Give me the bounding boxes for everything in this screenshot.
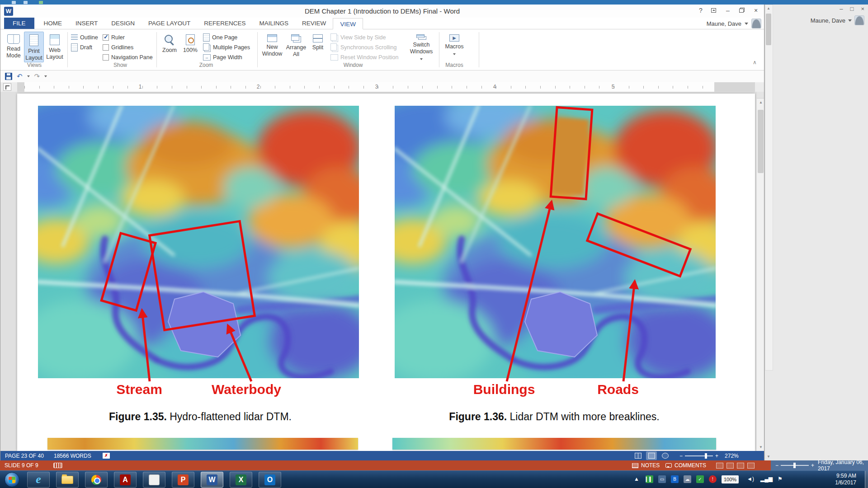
taskbar-generic-app[interactable] [143, 472, 165, 488]
navigation-pane-checkbox[interactable]: Navigation Pane [103, 53, 153, 62]
show-desktop-button[interactable] [865, 471, 868, 488]
scrollbar-thumb[interactable] [758, 110, 764, 173]
battery-indicator[interactable]: 100% [722, 475, 739, 483]
tab-references[interactable]: REFERENCES [197, 18, 252, 29]
bluetooth-icon[interactable]: B [671, 475, 679, 483]
scrollbar-thumb[interactable] [766, 14, 771, 45]
zoom-100-button[interactable]: 100% [180, 32, 200, 62]
split-button[interactable]: Split [309, 32, 327, 62]
restore-button[interactable] [735, 5, 748, 16]
zoom-button[interactable]: Zoom [160, 32, 179, 62]
background-save-icon[interactable] [12, 1, 16, 4]
taskbar-adobe-reader[interactable]: A [114, 472, 137, 488]
draft-button[interactable]: Draft [71, 43, 92, 52]
ribbon-display-options-button[interactable] [707, 5, 720, 16]
outline-button[interactable]: Outline [71, 33, 98, 42]
network-icon[interactable]: ▂▄▆ [760, 476, 773, 482]
web-layout-button[interactable]: WebLayout [45, 32, 65, 62]
background-undo-icon[interactable] [24, 1, 28, 4]
scroll-down-icon[interactable]: ▼ [765, 453, 772, 460]
document-scrollbar[interactable]: ▲ ▼ [756, 92, 764, 451]
read-mode-button[interactable]: ReadMode [4, 32, 23, 62]
macros-button[interactable]: ▶ Macros [443, 32, 466, 62]
normal-view-icon[interactable] [716, 463, 723, 469]
minimize-button[interactable]: – [722, 5, 734, 16]
zoom-in-icon[interactable]: + [715, 453, 718, 459]
one-page-button[interactable]: One Page [203, 33, 237, 42]
notes-button[interactable]: NOTES [632, 460, 660, 470]
zoom-out-icon[interactable]: − [775, 462, 778, 469]
background-restore-button[interactable]: □ [850, 5, 854, 12]
slide-sorter-view-icon[interactable] [726, 463, 734, 469]
read-mode-view-button[interactable] [632, 451, 643, 460]
scroll-up-icon[interactable]: ▲ [765, 5, 772, 12]
action-center-flag-icon[interactable]: ⚑ [778, 476, 783, 482]
print-layout-button[interactable]: PrintLayout [24, 32, 44, 62]
save-button[interactable] [5, 73, 12, 80]
page-width-button[interactable]: ↔ Page Width [203, 53, 242, 62]
web-layout-view-button[interactable] [660, 451, 670, 460]
slide-indicator[interactable]: SLIDE 9 OF 9 [5, 460, 38, 470]
ruler-checkbox[interactable]: Ruler [103, 33, 125, 42]
show-hidden-icons-button[interactable]: ▲ [634, 476, 639, 482]
zoom-slider-track[interactable] [685, 455, 713, 456]
taskbar-powerpoint[interactable]: P [172, 472, 194, 488]
taskbar-outlook[interactable]: O [259, 472, 281, 488]
taskbar-internet-explorer[interactable]: e [27, 472, 50, 488]
background-scrollbar[interactable]: ▲ ▼ [765, 5, 773, 371]
multiple-pages-button[interactable]: Multiple Pages [203, 43, 250, 52]
tab-file[interactable]: FILE [4, 18, 34, 29]
tab-page-layout[interactable]: PAGE LAYOUT [142, 18, 197, 29]
proofing-status[interactable]: ✗ [103, 451, 110, 460]
tab-home[interactable]: HOME [37, 18, 69, 29]
zoom-slider-thumb[interactable] [705, 453, 707, 459]
tab-mailings[interactable]: MAILINGS [253, 18, 296, 29]
slideshow-view-icon[interactable] [747, 463, 755, 469]
undo-dropdown-icon[interactable] [27, 75, 30, 77]
zoom-out-icon[interactable]: − [679, 453, 683, 459]
redo-button[interactable]: ↷ [34, 72, 40, 80]
security-shield-icon[interactable]: ✓ [696, 475, 704, 483]
taskbar-word[interactable]: W [201, 472, 223, 488]
taskbar-excel[interactable]: X [230, 472, 252, 488]
background-redo-icon[interactable] [39, 1, 43, 4]
word-count[interactable]: 18566 WORDS [54, 451, 91, 460]
tab-review[interactable]: REVIEW [295, 18, 333, 29]
split-handle[interactable] [757, 92, 764, 99]
background-minimize-button[interactable]: – [840, 5, 843, 12]
reading-view-icon[interactable] [737, 463, 744, 469]
update-badge-icon[interactable]: ! [709, 475, 717, 483]
collapse-ribbon-icon[interactable]: ∧ [753, 59, 757, 66]
taskbar-file-explorer[interactable] [56, 472, 79, 488]
comments-button[interactable]: COMMENTS [665, 460, 706, 470]
start-button[interactable] [5, 472, 19, 487]
gridlines-checkbox[interactable]: Gridlines [103, 43, 133, 52]
taskbar-chrome[interactable] [85, 472, 108, 488]
tab-selector[interactable] [3, 83, 11, 91]
help-button[interactable]: ? [694, 5, 707, 16]
display-icon[interactable]: ▭ [658, 475, 666, 483]
volume-icon[interactable]: ◄) [747, 476, 754, 482]
zoom-in-icon[interactable]: + [811, 462, 814, 469]
user-account[interactable]: Maune, Dave [707, 19, 761, 28]
scroll-down-icon[interactable]: ▼ [757, 444, 764, 451]
close-button[interactable]: × [750, 5, 762, 16]
ppt-zoom-slider[interactable]: − + [775, 462, 814, 469]
new-window-button[interactable]: NewWindow [261, 32, 283, 62]
ppt-zoom-thumb[interactable] [793, 463, 796, 468]
background-close-button[interactable]: × [861, 5, 864, 12]
taskbar-clock[interactable]: 9:59 AM 1/6/2017 [835, 473, 856, 486]
arrange-all-button[interactable]: ArrangeAll [284, 32, 308, 62]
onedrive-icon[interactable]: ☁ [684, 475, 691, 483]
scroll-up-icon[interactable]: ▲ [757, 99, 764, 106]
activity-monitor-icon[interactable]: ▎▍ [646, 475, 653, 483]
ppt-zoom-track[interactable] [781, 465, 809, 466]
switch-windows-button[interactable]: SwitchWindows [407, 32, 435, 62]
zoom-slider[interactable]: − + [679, 453, 718, 459]
background-user-account[interactable]: Maune, Dave [811, 15, 864, 25]
print-layout-view-button[interactable] [646, 451, 657, 460]
qat-customize-icon[interactable] [44, 75, 47, 77]
zoom-level[interactable]: 272% [725, 453, 739, 459]
page-indicator[interactable]: PAGE 23 OF 40 [5, 451, 44, 460]
tab-insert[interactable]: INSERT [69, 18, 104, 29]
